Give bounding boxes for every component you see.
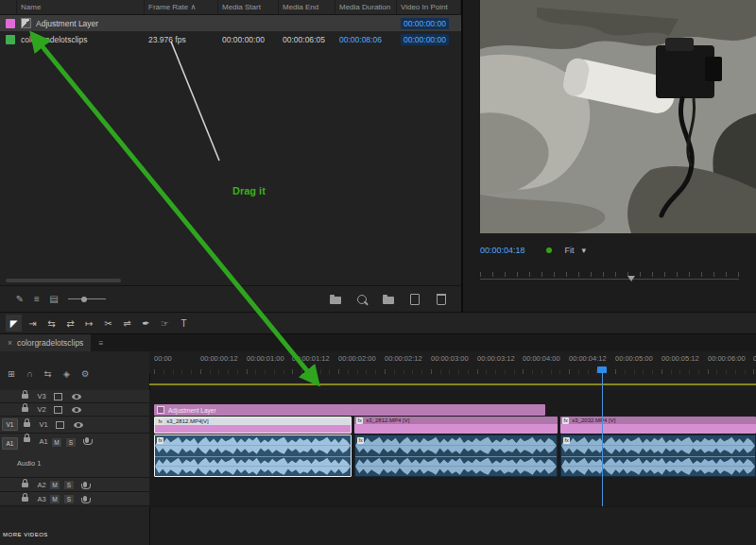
track-output-eye-icon[interactable] xyxy=(72,394,81,400)
time-ruler[interactable]: 00:00 00:00:00:12 00:00:01:00 00:00:01:1… xyxy=(149,351,756,374)
video-clip-3[interactable]: fxs3_2032.MP4 [V] xyxy=(560,417,756,434)
list-view-button[interactable]: ≡ xyxy=(28,291,45,308)
column-video-in-point[interactable]: Video In Point xyxy=(397,0,461,14)
hand-tool-button[interactable]: ☞ xyxy=(157,315,173,332)
audio-volume-line[interactable] xyxy=(561,456,755,457)
track-label-a3[interactable]: A3 xyxy=(34,495,49,503)
sync-lock-icon[interactable] xyxy=(54,393,62,400)
source-patch-v1[interactable]: V1 xyxy=(2,418,18,431)
rate-stretch-tool-button[interactable]: ↦ xyxy=(81,315,97,332)
linked-selection-icon[interactable]: ⇆ xyxy=(44,368,52,379)
panel-menu-icon[interactable]: ≡ xyxy=(98,338,103,348)
track-output-eye-icon[interactable] xyxy=(72,407,81,413)
video-clip-1[interactable]: fxs3_2812.MP4[V] xyxy=(154,417,352,434)
read-only-toggle-icon[interactable]: ✎ xyxy=(11,291,28,308)
razor-tool-button[interactable]: ✂ xyxy=(100,315,116,332)
scrubber-playhead[interactable] xyxy=(627,276,635,281)
find-button[interactable] xyxy=(353,291,370,308)
add-marker-icon[interactable]: ◈ xyxy=(63,368,70,379)
more-videos-watermark: MORE VIDEOS xyxy=(3,532,48,537)
fx-badge: fx xyxy=(562,417,569,424)
item-name[interactable]: Adjustment Layer xyxy=(36,19,98,28)
track-lane-v3[interactable] xyxy=(149,390,756,404)
column-media-duration[interactable]: Media Duration xyxy=(335,0,397,14)
nest-toggle-icon[interactable]: ⊞ xyxy=(8,368,15,379)
selection-tool-button[interactable]: ◤ xyxy=(6,315,22,332)
icon-view-button[interactable]: ▤ xyxy=(45,291,62,308)
mute-button[interactable]: M xyxy=(51,437,62,448)
lock-icon[interactable] xyxy=(24,437,30,442)
solo-button[interactable]: S xyxy=(63,480,75,490)
column-media-start[interactable]: Media Start xyxy=(218,0,279,14)
audio-clip-1[interactable]: fx xyxy=(154,434,352,477)
program-monitor-video[interactable] xyxy=(480,0,756,233)
work-area-bar[interactable] xyxy=(149,383,756,385)
audio-volume-line[interactable] xyxy=(355,456,557,457)
video-clip-2[interactable]: fxs3_2812.MP4 [V] xyxy=(354,417,558,434)
lock-icon[interactable] xyxy=(22,394,28,399)
sync-lock-icon[interactable] xyxy=(54,406,62,414)
track-output-eye-icon[interactable] xyxy=(74,422,83,428)
column-frame-rate[interactable]: Frame Rate ∧ xyxy=(145,0,218,14)
audio-clip-3[interactable]: fx xyxy=(560,434,756,477)
project-horizontal-scrollbar[interactable] xyxy=(6,279,121,282)
zoom-level-dropdown[interactable]: Fit ▾ xyxy=(565,246,587,255)
lock-icon[interactable] xyxy=(24,422,30,427)
search-icon xyxy=(357,295,367,304)
track-label-v1[interactable]: V1 xyxy=(36,420,51,429)
clear-button[interactable] xyxy=(433,291,450,308)
column-name[interactable]: Name xyxy=(17,0,145,14)
new-item-button[interactable] xyxy=(406,291,423,308)
snap-icon[interactable]: ∩ xyxy=(26,368,33,379)
video-in-point-value[interactable]: 00:00:00:00 xyxy=(401,18,449,29)
program-scrubber[interactable] xyxy=(480,272,739,283)
audio-clip-2[interactable]: fx xyxy=(354,434,558,477)
lock-icon[interactable] xyxy=(22,483,28,487)
track-label-a1[interactable]: A1 xyxy=(36,437,51,446)
track-label-v3[interactable]: V3 xyxy=(34,392,49,400)
track-lane-a2[interactable] xyxy=(149,478,756,493)
slip-icon: ⇌ xyxy=(123,318,130,329)
clip-name: s3_2812.MP4[V] xyxy=(166,418,208,424)
mute-button[interactable]: M xyxy=(49,494,60,504)
project-row-colorgradelotsclips[interactable]: colorgradelotsclips 23.976 fps 00:00:00:… xyxy=(0,31,461,47)
sync-lock-icon[interactable] xyxy=(56,421,64,429)
project-row-adjustment-layer[interactable]: Adjustment Layer 00:00:00:00 xyxy=(0,15,461,31)
timeline-settings-icon[interactable]: ⚙ xyxy=(81,368,90,379)
voiceover-record-mic-icon[interactable] xyxy=(85,437,89,443)
adjustment-layer-clip[interactable]: Adjustment Layer xyxy=(154,404,545,416)
solo-button[interactable]: S xyxy=(63,494,75,504)
sequence-tab[interactable]: × colorgradelotsclips xyxy=(0,334,91,351)
new-bin-button[interactable] xyxy=(380,291,397,308)
solo-button[interactable]: S xyxy=(65,437,77,448)
column-media-end[interactable]: Media End xyxy=(279,0,335,14)
source-patch-a1[interactable]: A1 xyxy=(2,437,18,450)
track-label-a2[interactable]: A2 xyxy=(34,481,49,489)
lock-icon[interactable] xyxy=(22,497,28,502)
slip-tool-button[interactable]: ⇌ xyxy=(119,315,135,332)
playhead-handle[interactable] xyxy=(597,366,607,373)
voiceover-record-mic-icon[interactable] xyxy=(83,496,87,502)
video-in-point-value[interactable]: 00:00:00:00 xyxy=(401,34,449,45)
ripple-edit-tool-button[interactable]: ⇆ xyxy=(43,315,60,332)
media-start-value: 00:00:00:00 xyxy=(222,35,265,44)
automate-to-sequence-button[interactable] xyxy=(327,291,344,308)
program-timecode[interactable]: 00:00:04:18 xyxy=(480,246,525,255)
close-icon[interactable]: × xyxy=(8,338,12,348)
audio-waveform xyxy=(355,456,557,477)
mute-button[interactable]: M xyxy=(49,480,60,490)
voiceover-record-mic-icon[interactable] xyxy=(83,482,87,487)
track-select-forward-tool-button[interactable]: ⇥ xyxy=(25,315,41,332)
ruler-ticks xyxy=(154,369,756,374)
thumbnail-zoom-slider[interactable] xyxy=(68,298,106,299)
fx-badge: fx xyxy=(356,417,363,424)
track-label-v2[interactable]: V2 xyxy=(34,405,49,414)
item-name[interactable]: colorgradelotsclips xyxy=(21,35,87,44)
column-video-in-point-label: Video In Point xyxy=(401,3,448,11)
lock-icon[interactable] xyxy=(22,407,28,412)
pen-tool-button[interactable]: ✒ xyxy=(138,315,154,332)
type-tool-button[interactable]: T xyxy=(176,315,192,332)
audio-volume-line[interactable] xyxy=(155,456,351,457)
rolling-edit-tool-button[interactable]: ⇄ xyxy=(62,315,78,332)
track-lane-a3[interactable] xyxy=(149,492,756,507)
